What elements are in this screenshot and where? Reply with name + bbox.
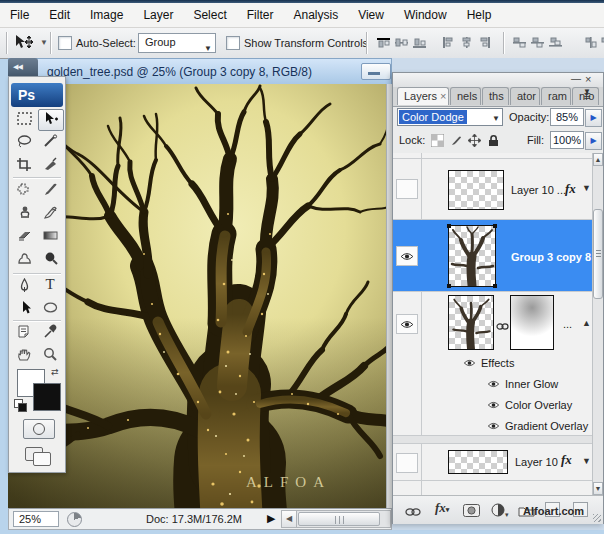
effect-visibility-icon[interactable] — [485, 378, 501, 390]
distribute-bottom-edges-button[interactable] — [548, 36, 563, 49]
lasso-tool[interactable] — [12, 133, 36, 153]
tools-collapse-header[interactable]: ◀◀ — [8, 58, 38, 76]
distribute-top-edges-button[interactable] — [512, 36, 527, 49]
panel-menu-icon[interactable]: ▼☰ — [583, 89, 591, 99]
gradient-tool[interactable] — [38, 227, 62, 247]
menu-file[interactable]: File — [0, 4, 39, 27]
brush-tool[interactable] — [38, 181, 62, 201]
menu-edit[interactable]: Edit — [39, 4, 80, 27]
layer-thumbnail[interactable] — [448, 450, 508, 474]
effect-color-overlay-row[interactable]: Color Overlay — [393, 394, 592, 415]
layers-scrollbar[interactable]: ▲ ▼ — [592, 153, 603, 495]
effects-visibility-icon[interactable] — [461, 357, 477, 369]
tool-preset-dropdown-icon[interactable]: ▼ — [40, 38, 48, 47]
link-layers-icon[interactable] — [405, 503, 421, 521]
move-tool-preset-icon[interactable] — [14, 34, 36, 55]
opacity-arrow-button[interactable]: ▶ — [585, 109, 602, 127]
menu-help[interactable]: Help — [457, 4, 502, 27]
menu-image[interactable]: Image — [80, 4, 133, 27]
effect-inner-glow-row[interactable]: Inner Glow — [393, 373, 592, 394]
blend-mode-dropdown[interactable]: Color Dodge ▼ — [397, 108, 503, 126]
show-transform-controls-checkbox[interactable] — [226, 36, 240, 50]
collapse-effects-icon[interactable]: ▼ — [582, 183, 591, 193]
effect-visibility-icon[interactable] — [485, 399, 501, 411]
ellipse-shape-tool[interactable] — [38, 299, 62, 319]
slice-tool[interactable] — [38, 156, 62, 176]
tab-close-icon[interactable]: × — [440, 90, 446, 102]
lock-transparency-icon[interactable] — [431, 133, 445, 147]
tab-channels[interactable]: nels — [450, 87, 481, 105]
default-colors-icon[interactable] — [14, 399, 25, 410]
fx-icon[interactable]: fx — [561, 452, 572, 468]
tab-navigator[interactable]: ator — [510, 87, 540, 105]
mask-link-icon[interactable] — [496, 317, 509, 335]
distribute-horizontal-centers-button[interactable] — [600, 36, 604, 49]
swap-colors-icon[interactable]: ⇄ — [51, 367, 59, 377]
tab-layers[interactable]: Layers × — [397, 87, 449, 105]
layer-name-selected[interactable]: Group 3 copy 8 — [511, 251, 591, 263]
menu-window[interactable]: Window — [394, 4, 457, 27]
visibility-toggle-on[interactable] — [396, 314, 418, 334]
opacity-value[interactable]: 85% — [550, 108, 584, 126]
tab-paths[interactable]: ths — [482, 87, 509, 105]
healing-brush-tool[interactable] — [12, 181, 36, 201]
status-timer-icon[interactable] — [67, 512, 82, 527]
effect-visibility-icon[interactable] — [485, 420, 501, 432]
hand-tool[interactable] — [12, 346, 36, 366]
align-top-edges-button[interactable] — [376, 36, 391, 49]
align-vertical-centers-button[interactable] — [394, 36, 409, 49]
document-size-info[interactable]: Doc: 17.3M/176.2M — [119, 513, 269, 525]
layer-thumbnail[interactable] — [448, 170, 504, 210]
lock-position-icon[interactable] — [468, 133, 482, 147]
effects-row[interactable]: Effects — [393, 352, 592, 373]
doc-minimize-button[interactable] — [361, 63, 391, 80]
notes-tool[interactable] — [12, 323, 36, 343]
zoom-level-input[interactable]: 25% — [13, 511, 59, 527]
effect-gradient-overlay-row[interactable]: Gradient Overlay — [393, 415, 592, 436]
layer-style-icon[interactable]: fx▾ — [435, 500, 449, 516]
layer-name[interactable]: Layer 10 ... — [511, 184, 566, 196]
screen-mode-button[interactable] — [25, 445, 53, 465]
fill-value[interactable]: 100% — [550, 131, 584, 149]
align-horizontal-centers-button[interactable] — [459, 36, 474, 49]
scroll-down-icon[interactable]: ▼ — [593, 482, 603, 495]
layer-row-layer10-top[interactable]: Layer 10 ... fx ▼ — [393, 159, 592, 220]
marquee-tool[interactable] — [12, 110, 36, 130]
fill-arrow-button[interactable]: ▶ — [585, 132, 602, 150]
add-mask-icon[interactable] — [463, 503, 480, 521]
zoom-tool[interactable] — [38, 346, 62, 366]
history-brush-tool[interactable] — [38, 204, 62, 224]
align-bottom-edges-button[interactable] — [412, 36, 427, 49]
layer-row-masked[interactable]: ... ▲ — [393, 292, 592, 352]
collapse-effects-icon[interactable]: ▲ — [582, 318, 591, 328]
effect-label[interactable]: Inner Glow — [505, 378, 558, 390]
adjustment-layer-icon[interactable]: ▾ — [491, 503, 509, 521]
distribute-left-edges-button[interactable] — [584, 36, 599, 49]
scroll-left-icon[interactable]: ◀ — [282, 511, 297, 527]
menu-view[interactable]: View — [348, 4, 394, 27]
dodge-tool[interactable] — [38, 250, 62, 270]
quick-mask-button[interactable] — [23, 419, 55, 439]
eraser-tool[interactable] — [12, 227, 36, 247]
layer-name-truncated[interactable]: ... — [563, 318, 572, 330]
menu-analysis[interactable]: Analysis — [283, 4, 348, 27]
visibility-toggle-on[interactable] — [396, 246, 418, 266]
pen-tool[interactable] — [12, 277, 36, 297]
crop-tool[interactable] — [12, 156, 36, 176]
distribute-vertical-centers-button[interactable] — [530, 36, 545, 49]
align-left-edges-button[interactable] — [441, 36, 456, 49]
move-tool[interactable] — [38, 109, 64, 131]
menu-filter[interactable]: Filter — [237, 4, 284, 27]
auto-select-target-dropdown[interactable]: Group ▼ — [138, 33, 216, 53]
ps-logo[interactable]: Ps — [11, 83, 63, 107]
effects-label[interactable]: Effects — [481, 357, 514, 369]
smudge-tool[interactable] — [12, 250, 36, 270]
status-popup-arrow-icon[interactable]: ▶ — [267, 512, 275, 525]
effect-label[interactable]: Gradient Overlay — [505, 420, 588, 432]
layer-name[interactable]: Layer 10 — [515, 456, 558, 468]
collapse-effects-icon[interactable]: ▼ — [582, 456, 591, 466]
layer-thumbnail-selected[interactable] — [448, 225, 496, 287]
eyedropper-tool[interactable] — [38, 323, 62, 343]
effect-label[interactable]: Color Overlay — [505, 399, 572, 411]
lock-all-icon[interactable] — [487, 133, 501, 147]
